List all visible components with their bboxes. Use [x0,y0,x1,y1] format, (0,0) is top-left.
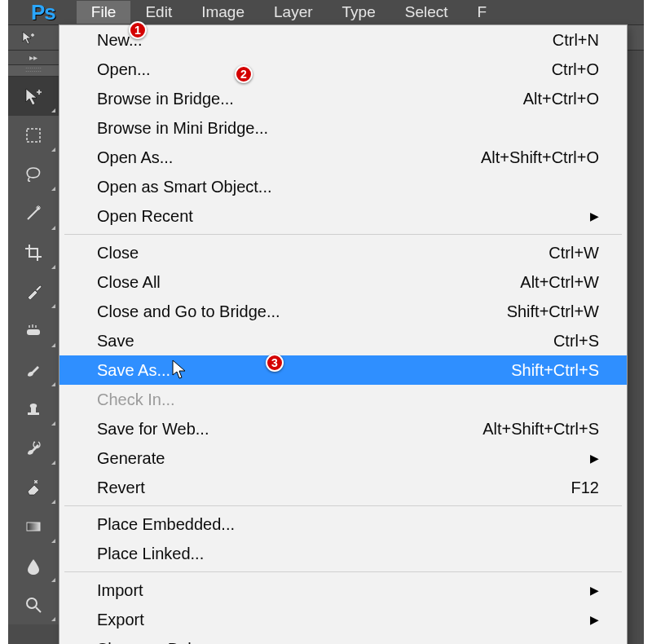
zoom-tool[interactable] [8,585,59,624]
menu-layer[interactable]: Layer [259,1,328,24]
blur-tool[interactable] [8,546,59,585]
menu-image[interactable]: Image [187,1,259,24]
menuitem-generate[interactable]: Generate▶ [59,443,627,473]
file-menu-dropdown: New...Ctrl+N Open...Ctrl+O Browse in Bri… [59,24,628,644]
brush-tool[interactable] [8,351,59,390]
submenu-arrow-icon: ▶ [590,446,599,470]
menuitem-import[interactable]: Import▶ [59,576,627,605]
menuitem-open-as[interactable]: Open As...Alt+Shift+Ctrl+O [59,143,627,172]
submenu-arrow-icon: ▶ [590,204,599,228]
menuitem-browse-bridge[interactable]: Browse in Bridge...Alt+Ctrl+O [59,84,627,113]
menu-more[interactable]: F [463,1,502,24]
svg-rect-0 [27,129,40,142]
move-tool-indicator-icon [20,29,37,46]
menuitem-save[interactable]: SaveCtrl+S [59,326,627,355]
svg-rect-1 [27,329,40,335]
submenu-arrow-icon: ▶ [590,607,599,632]
menuitem-save-as[interactable]: Save As...Shift+Ctrl+S [59,355,627,385]
menuitem-close-all[interactable]: Close AllAlt+Ctrl+W [59,267,627,297]
menuitem-place-embedded[interactable]: Place Embedded... [59,509,627,539]
menuitem-export[interactable]: Export▶ [59,605,627,634]
menuitem-share-behance[interactable]: Share on Behance... [59,634,627,644]
wand-tool[interactable] [8,194,59,233]
marquee-tool[interactable] [8,116,59,155]
menu-separator [64,505,622,506]
menuitem-open-recent[interactable]: Open Recent▶ [59,201,627,231]
menu-separator [64,234,622,235]
lasso-tool[interactable] [8,155,59,194]
menuitem-revert[interactable]: RevertF12 [59,473,627,502]
menu-type[interactable]: Type [328,1,390,24]
annotation-badge-2: 2 [235,65,253,83]
menuitem-browse-mini-bridge[interactable]: Browse in Mini Bridge... [59,113,627,143]
annotation-badge-3: 3 [266,354,284,372]
crop-tool[interactable] [8,233,59,272]
menubar: Ps File Edit Image Layer Type Select F [8,0,644,24]
mouse-cursor-icon [171,359,187,380]
stamp-tool[interactable] [8,390,59,429]
submenu-arrow-icon: ▶ [590,578,599,602]
eraser-tool[interactable] [8,468,59,507]
menuitem-save-for-web[interactable]: Save for Web...Alt+Shift+Ctrl+S [59,414,627,443]
toolbox-grip: :::::::: [8,65,59,77]
svg-rect-2 [27,523,40,531]
annotation-badge-1: 1 [129,21,147,39]
menuitem-open-smart-object[interactable]: Open as Smart Object... [59,172,627,201]
eyedropper-tool[interactable] [8,272,59,311]
healing-brush-tool[interactable] [8,311,59,351]
toolbox-collapse-icon[interactable]: ▸▸ [8,51,59,65]
gradient-tool[interactable] [8,507,59,546]
menu-select[interactable]: Select [390,1,463,24]
menuitem-open[interactable]: Open...Ctrl+O [59,55,627,84]
app-logo: Ps [31,0,55,25]
menuitem-place-linked[interactable]: Place Linked... [59,539,627,568]
photoshop-window: Ps File Edit Image Layer Type Select F ▸… [8,0,644,644]
menu-file[interactable]: File [77,1,131,24]
menuitem-close[interactable]: CloseCtrl+W [59,238,627,267]
svg-point-3 [27,598,37,608]
menu-edit[interactable]: Edit [130,1,187,24]
toolbox: ▸▸ :::::::: [8,51,59,624]
history-brush-tool[interactable] [8,429,59,468]
menuitem-close-go-bridge[interactable]: Close and Go to Bridge...Shift+Ctrl+W [59,297,627,326]
move-tool[interactable] [8,77,59,116]
menuitem-check-in: Check In... [59,385,627,414]
menu-separator [64,571,622,572]
